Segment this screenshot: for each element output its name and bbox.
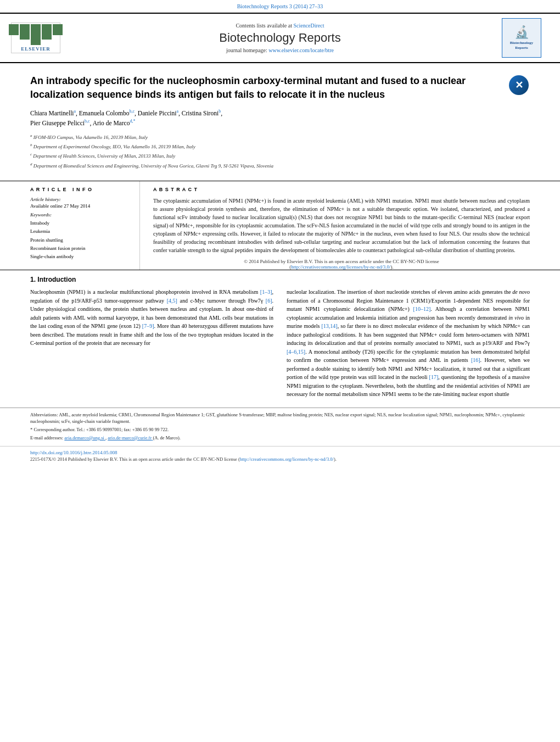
available-online: Available online 27 May 2014	[30, 203, 131, 209]
affiliation-d: d Department of Biomedical Sciences and …	[30, 161, 530, 170]
abbreviations-footnote: Abbreviations: AML, acute myeloid leukem…	[30, 411, 530, 426]
keyword-recombinant: Recombinant fusion protein	[30, 244, 131, 253]
page: Biotechnology Reports 3 (2014) 27–33 ELS…	[0, 0, 560, 742]
journal-center: Contents lists available at ScienceDirec…	[60, 23, 500, 53]
article-info-heading: A R T I C L E I N F O	[30, 187, 131, 192]
article-title: An intrabody specific for the nucleophos…	[30, 74, 502, 102]
keyword-leukemia: Leukemia	[30, 227, 131, 236]
two-col-inner: A R T I C L E I N F O Article history: A…	[30, 181, 530, 270]
abstract-col: A B S T R A C T The cytoplasmic accumula…	[153, 181, 530, 270]
affiliation-c: c Department of Health Sciences, Univers…	[30, 152, 530, 160]
sciencedirect-link[interactable]: ScienceDirect	[293, 23, 324, 29]
journal-logo-box: 🔬 BiotechnologyReports	[500, 18, 544, 58]
section1-title: 1. Introduction	[30, 276, 530, 283]
abstract-text: The cytoplasmic accumulation of NPM1 (NP…	[153, 197, 530, 254]
abstract-copyright: © 2014 Published by Elsevier B.V. This i…	[153, 259, 530, 270]
crossmark-icon: ✕	[509, 75, 529, 95]
homepage-line: journal homepage: www.elsevier.com/locat…	[60, 47, 500, 53]
journal-title: Biotechnology Reports	[60, 31, 500, 45]
body-section: 1. Introduction Nucleophosmin (NPM1) is …	[0, 270, 560, 408]
body-col-left-text: Nucleophosmin (NPM1) is a nucleolar mult…	[30, 288, 273, 348]
abstract-heading: A B S T R A C T	[153, 187, 530, 192]
body-col-right: nucleolar localization. The insertion of…	[287, 288, 530, 402]
email-link-1[interactable]: aria.demarco@ung.si	[64, 435, 105, 440]
email-link-2[interactable]: ario.de-marco@curie.fr	[108, 435, 153, 440]
article-info-abstract-section: A R T I C L E I N F O Article history: A…	[0, 181, 560, 270]
article-title-section: An intrabody specific for the nucleophos…	[30, 74, 530, 102]
history-label: Article history:	[30, 197, 131, 202]
keywords-list: Intrabody Leukemia Protein shuttling Rec…	[30, 219, 131, 261]
journal-logo-icon: 🔬	[514, 25, 529, 40]
affiliations: a IFOM-IEO Campus, Via Adamello 16, 2013…	[30, 133, 530, 170]
article-header: An intrabody specific for the nucleophos…	[0, 63, 560, 181]
corresponding-author-footnote: * Corresponding author. Tel.: +386 05 90…	[30, 426, 530, 433]
cc-bottom-link[interactable]: http://creativecommons.org/licenses/by-n…	[240, 456, 334, 462]
crossmark-badge: ✕	[508, 74, 530, 96]
journal-logo-title: BiotechnologyReports	[510, 41, 533, 51]
footnotes-area: Abbreviations: AML, acute myeloid leukem…	[0, 408, 560, 446]
body-col-left: Nucleophosmin (NPM1) is a nucleolar mult…	[30, 288, 273, 402]
doi-link[interactable]: http://dx.doi.org/10.1016/j.btre.2014.05…	[30, 450, 117, 455]
homepage-link[interactable]: www.elsevier.com/locate/btre	[268, 47, 334, 53]
doi-line: http://dx.doi.org/10.1016/j.btre.2014.05…	[30, 450, 530, 455]
journal-top-bar: Biotechnology Reports 3 (2014) 27–33	[0, 0, 560, 10]
article-info-col: A R T I C L E I N F O Article history: A…	[30, 181, 140, 270]
keywords-label: Keywords:	[30, 212, 131, 217]
elsevier-bars-graphic	[9, 24, 63, 45]
header-section: ELSEVIER Contents lists available at Sci…	[0, 13, 560, 63]
elsevier-wordmark: ELSEVIER	[21, 46, 51, 52]
bottom-copyright: 2215-017X/© 2014 Published by Elsevier B…	[30, 456, 530, 462]
keyword-intrabody: Intrabody	[30, 219, 131, 227]
journal-reference: Biotechnology Reports 3 (2014) 27–33	[237, 3, 323, 9]
email-footnote: E-mail addresses: aria.demarco@ung.si , …	[30, 434, 530, 442]
cc-license-link[interactable]: http://creativecommons.org/licenses/by-n…	[291, 264, 390, 270]
journal-logo-image: 🔬 BiotechnologyReports	[502, 18, 541, 58]
authors-line: Chiara Martinellia, Emanuela Colombob,c,…	[30, 108, 530, 128]
body-two-col: Nucleophosmin (NPM1) is a nucleolar mult…	[30, 288, 530, 402]
affiliation-b: b Department of Experimental Oncology, I…	[30, 142, 530, 150]
keyword-single-chain: Single-chain antibody	[30, 253, 131, 261]
contents-line: Contents lists available at ScienceDirec…	[60, 23, 500, 29]
bottom-bar: http://dx.doi.org/10.1016/j.btre.2014.05…	[0, 446, 560, 465]
body-col-right-text: nucleolar localization. The insertion of…	[287, 288, 530, 399]
elsevier-logo: ELSEVIER	[11, 23, 60, 53]
keyword-protein-shuttling: Protein shuttling	[30, 236, 131, 244]
affiliation-a: a IFOM-IEO Campus, Via Adamello 16, 2013…	[30, 133, 530, 141]
